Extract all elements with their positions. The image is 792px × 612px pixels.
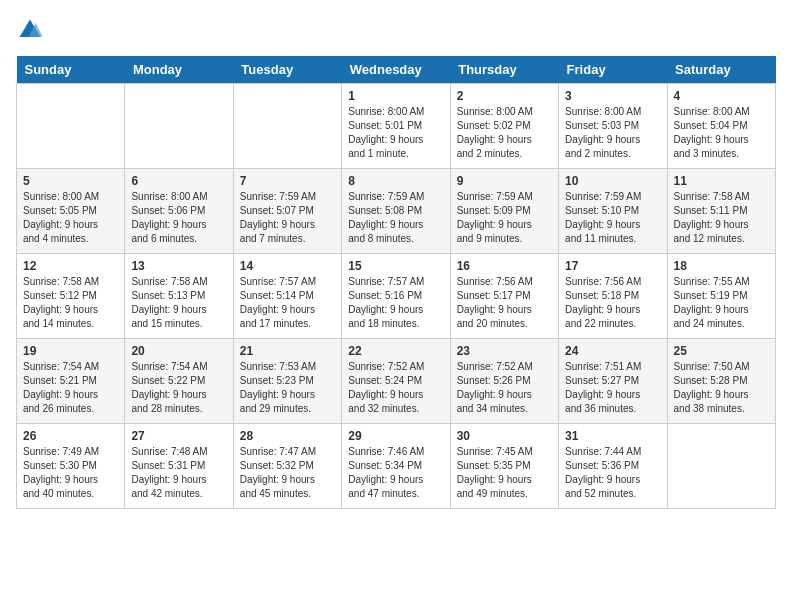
header-day-tuesday: Tuesday <box>233 56 341 84</box>
day-number: 2 <box>457 89 552 103</box>
calendar-cell: 7Sunrise: 7:59 AM Sunset: 5:07 PM Daylig… <box>233 169 341 254</box>
day-number: 25 <box>674 344 769 358</box>
cell-content: Sunrise: 7:47 AM Sunset: 5:32 PM Dayligh… <box>240 445 335 501</box>
cell-content: Sunrise: 8:00 AM Sunset: 5:01 PM Dayligh… <box>348 105 443 161</box>
calendar-body: 1Sunrise: 8:00 AM Sunset: 5:01 PM Daylig… <box>17 84 776 509</box>
cell-content: Sunrise: 8:00 AM Sunset: 5:06 PM Dayligh… <box>131 190 226 246</box>
calendar-cell: 9Sunrise: 7:59 AM Sunset: 5:09 PM Daylig… <box>450 169 558 254</box>
cell-content: Sunrise: 7:56 AM Sunset: 5:18 PM Dayligh… <box>565 275 660 331</box>
calendar-cell <box>125 84 233 169</box>
header-day-sunday: Sunday <box>17 56 125 84</box>
calendar-cell: 20Sunrise: 7:54 AM Sunset: 5:22 PM Dayli… <box>125 339 233 424</box>
calendar-cell: 25Sunrise: 7:50 AM Sunset: 5:28 PM Dayli… <box>667 339 775 424</box>
cell-content: Sunrise: 7:58 AM Sunset: 5:13 PM Dayligh… <box>131 275 226 331</box>
week-row-4: 19Sunrise: 7:54 AM Sunset: 5:21 PM Dayli… <box>17 339 776 424</box>
cell-content: Sunrise: 8:00 AM Sunset: 5:05 PM Dayligh… <box>23 190 118 246</box>
calendar-cell <box>17 84 125 169</box>
cell-content: Sunrise: 8:00 AM Sunset: 5:03 PM Dayligh… <box>565 105 660 161</box>
day-number: 4 <box>674 89 769 103</box>
cell-content: Sunrise: 7:52 AM Sunset: 5:26 PM Dayligh… <box>457 360 552 416</box>
calendar-cell: 21Sunrise: 7:53 AM Sunset: 5:23 PM Dayli… <box>233 339 341 424</box>
cell-content: Sunrise: 7:51 AM Sunset: 5:27 PM Dayligh… <box>565 360 660 416</box>
cell-content: Sunrise: 8:00 AM Sunset: 5:04 PM Dayligh… <box>674 105 769 161</box>
calendar-cell: 10Sunrise: 7:59 AM Sunset: 5:10 PM Dayli… <box>559 169 667 254</box>
cell-content: Sunrise: 7:54 AM Sunset: 5:22 PM Dayligh… <box>131 360 226 416</box>
calendar-cell: 3Sunrise: 8:00 AM Sunset: 5:03 PM Daylig… <box>559 84 667 169</box>
calendar-cell: 2Sunrise: 8:00 AM Sunset: 5:02 PM Daylig… <box>450 84 558 169</box>
cell-content: Sunrise: 7:57 AM Sunset: 5:16 PM Dayligh… <box>348 275 443 331</box>
header-day-monday: Monday <box>125 56 233 84</box>
day-number: 26 <box>23 429 118 443</box>
day-number: 17 <box>565 259 660 273</box>
header-day-thursday: Thursday <box>450 56 558 84</box>
logo-icon <box>16 16 44 44</box>
header-day-saturday: Saturday <box>667 56 775 84</box>
day-number: 31 <box>565 429 660 443</box>
day-number: 10 <box>565 174 660 188</box>
calendar-cell: 1Sunrise: 8:00 AM Sunset: 5:01 PM Daylig… <box>342 84 450 169</box>
calendar-cell: 14Sunrise: 7:57 AM Sunset: 5:14 PM Dayli… <box>233 254 341 339</box>
calendar-cell: 31Sunrise: 7:44 AM Sunset: 5:36 PM Dayli… <box>559 424 667 509</box>
calendar-cell: 30Sunrise: 7:45 AM Sunset: 5:35 PM Dayli… <box>450 424 558 509</box>
cell-content: Sunrise: 7:56 AM Sunset: 5:17 PM Dayligh… <box>457 275 552 331</box>
header-day-wednesday: Wednesday <box>342 56 450 84</box>
week-row-2: 5Sunrise: 8:00 AM Sunset: 5:05 PM Daylig… <box>17 169 776 254</box>
day-number: 6 <box>131 174 226 188</box>
cell-content: Sunrise: 7:58 AM Sunset: 5:11 PM Dayligh… <box>674 190 769 246</box>
calendar-cell: 26Sunrise: 7:49 AM Sunset: 5:30 PM Dayli… <box>17 424 125 509</box>
calendar-cell: 13Sunrise: 7:58 AM Sunset: 5:13 PM Dayli… <box>125 254 233 339</box>
cell-content: Sunrise: 7:55 AM Sunset: 5:19 PM Dayligh… <box>674 275 769 331</box>
calendar-cell <box>233 84 341 169</box>
cell-content: Sunrise: 7:50 AM Sunset: 5:28 PM Dayligh… <box>674 360 769 416</box>
calendar-cell: 18Sunrise: 7:55 AM Sunset: 5:19 PM Dayli… <box>667 254 775 339</box>
header-day-friday: Friday <box>559 56 667 84</box>
day-number: 30 <box>457 429 552 443</box>
day-number: 16 <box>457 259 552 273</box>
calendar-cell: 6Sunrise: 8:00 AM Sunset: 5:06 PM Daylig… <box>125 169 233 254</box>
day-number: 20 <box>131 344 226 358</box>
cell-content: Sunrise: 7:54 AM Sunset: 5:21 PM Dayligh… <box>23 360 118 416</box>
day-number: 7 <box>240 174 335 188</box>
calendar-cell: 17Sunrise: 7:56 AM Sunset: 5:18 PM Dayli… <box>559 254 667 339</box>
calendar-cell: 16Sunrise: 7:56 AM Sunset: 5:17 PM Dayli… <box>450 254 558 339</box>
day-number: 9 <box>457 174 552 188</box>
day-number: 22 <box>348 344 443 358</box>
calendar-cell: 27Sunrise: 7:48 AM Sunset: 5:31 PM Dayli… <box>125 424 233 509</box>
day-number: 12 <box>23 259 118 273</box>
day-number: 21 <box>240 344 335 358</box>
calendar-cell: 29Sunrise: 7:46 AM Sunset: 5:34 PM Dayli… <box>342 424 450 509</box>
day-number: 18 <box>674 259 769 273</box>
calendar-cell: 19Sunrise: 7:54 AM Sunset: 5:21 PM Dayli… <box>17 339 125 424</box>
day-number: 27 <box>131 429 226 443</box>
day-number: 19 <box>23 344 118 358</box>
cell-content: Sunrise: 7:46 AM Sunset: 5:34 PM Dayligh… <box>348 445 443 501</box>
cell-content: Sunrise: 7:52 AM Sunset: 5:24 PM Dayligh… <box>348 360 443 416</box>
cell-content: Sunrise: 7:48 AM Sunset: 5:31 PM Dayligh… <box>131 445 226 501</box>
day-number: 29 <box>348 429 443 443</box>
calendar-cell: 28Sunrise: 7:47 AM Sunset: 5:32 PM Dayli… <box>233 424 341 509</box>
calendar-cell: 8Sunrise: 7:59 AM Sunset: 5:08 PM Daylig… <box>342 169 450 254</box>
calendar-cell: 23Sunrise: 7:52 AM Sunset: 5:26 PM Dayli… <box>450 339 558 424</box>
day-number: 5 <box>23 174 118 188</box>
calendar-cell: 24Sunrise: 7:51 AM Sunset: 5:27 PM Dayli… <box>559 339 667 424</box>
week-row-5: 26Sunrise: 7:49 AM Sunset: 5:30 PM Dayli… <box>17 424 776 509</box>
cell-content: Sunrise: 7:53 AM Sunset: 5:23 PM Dayligh… <box>240 360 335 416</box>
cell-content: Sunrise: 7:57 AM Sunset: 5:14 PM Dayligh… <box>240 275 335 331</box>
calendar-cell <box>667 424 775 509</box>
cell-content: Sunrise: 7:44 AM Sunset: 5:36 PM Dayligh… <box>565 445 660 501</box>
cell-content: Sunrise: 7:45 AM Sunset: 5:35 PM Dayligh… <box>457 445 552 501</box>
day-number: 15 <box>348 259 443 273</box>
page-header <box>16 16 776 44</box>
cell-content: Sunrise: 7:58 AM Sunset: 5:12 PM Dayligh… <box>23 275 118 331</box>
calendar-cell: 12Sunrise: 7:58 AM Sunset: 5:12 PM Dayli… <box>17 254 125 339</box>
calendar-header: SundayMondayTuesdayWednesdayThursdayFrid… <box>17 56 776 84</box>
day-number: 24 <box>565 344 660 358</box>
week-row-3: 12Sunrise: 7:58 AM Sunset: 5:12 PM Dayli… <box>17 254 776 339</box>
day-number: 11 <box>674 174 769 188</box>
day-number: 28 <box>240 429 335 443</box>
header-row: SundayMondayTuesdayWednesdayThursdayFrid… <box>17 56 776 84</box>
day-number: 1 <box>348 89 443 103</box>
day-number: 14 <box>240 259 335 273</box>
calendar-cell: 11Sunrise: 7:58 AM Sunset: 5:11 PM Dayli… <box>667 169 775 254</box>
calendar-table: SundayMondayTuesdayWednesdayThursdayFrid… <box>16 56 776 509</box>
